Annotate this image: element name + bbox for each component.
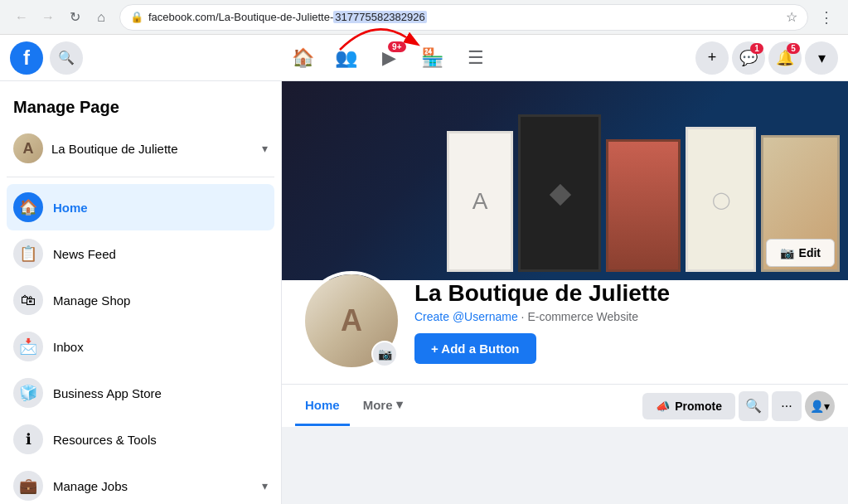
tab-home[interactable]: Home [295,386,350,426]
page-name: La Boutique de Juliette [414,280,828,307]
refresh-button[interactable]: ↻ [63,6,86,29]
tab-profile-avatar[interactable]: 👤 ▾ [805,391,835,421]
sidebar-item-home[interactable]: 🏠 Home [7,184,274,230]
nav-right: + 💬 1 🔔 5 ▾ [695,41,838,75]
nav-friends-button[interactable]: 👥 [327,38,366,78]
art-frame-4: ◯ [686,127,756,272]
facebook-logo[interactable]: f [10,41,43,75]
url-highlighted: 317775582382926 [333,11,426,23]
tab-avatar-chevron-icon: ▾ [824,400,830,413]
notifications-button[interactable]: 🔔 5 [768,41,802,75]
art-frame-3 [606,139,681,272]
forward-button[interactable]: → [36,6,60,29]
messenger-button[interactable]: 💬 1 [732,41,765,75]
tab-more[interactable]: More ▾ [353,385,413,426]
manage-shop-icon: 🛍 [13,285,43,315]
sidebar-item-inbox-label: Inbox [53,340,268,354]
sidebar-item-manage-shop-label: Manage Shop [53,293,268,308]
lock-icon: 🔒 [130,11,143,23]
search-button[interactable]: 🔍 [50,41,83,75]
nav-menu-button[interactable]: ☰ [456,38,496,78]
app-container: f 🔍 🏠 👥 ▶ 9+ 🏪 ☰ + 💬 1 🔔 [0,35,848,504]
tabs-search-button[interactable]: 🔍 [739,391,768,421]
sidebar: Manage Page A La Boutique de Juliette ▾ … [0,81,282,504]
nav-watch-button[interactable]: ▶ 9+ [370,38,409,78]
account-button[interactable]: ▾ [805,41,838,75]
page-content: A ◆ ◯ 📷 [282,81,848,504]
camera-small-icon: 📷 [780,246,794,259]
page-category: E-commerce Website [527,310,638,323]
manage-jobs-icon: 💼 [13,471,43,501]
business-app-store-icon: 🧊 [13,378,43,408]
megaphone-icon: 📣 [656,400,670,413]
messenger-badge: 1 [750,43,763,54]
top-nav: f 🔍 🏠 👥 ▶ 9+ 🏪 ☰ + 💬 1 🔔 [0,35,848,81]
profile-avatar-container: A 📷 [302,271,401,371]
change-avatar-button[interactable]: 📷 [371,341,398,367]
sidebar-item-news-feed[interactable]: 📋 News Feed [7,230,274,277]
sidebar-item-news-feed-label: News Feed [53,247,268,261]
art-frame-2: ◆ [518,114,601,272]
page-selector-avatar: A [13,133,43,163]
promote-label: Promote [675,400,722,413]
tab-more-label: More [363,398,393,412]
tab-home-label: Home [305,398,340,412]
add-button-cta[interactable]: + Add a Button [414,333,536,364]
notifications-badge: 5 [787,43,800,54]
sidebar-item-manage-jobs[interactable]: 💼 Manage Jobs ▾ [7,463,274,504]
back-button[interactable]: ← [10,6,33,29]
art-frame-1: A [447,131,513,272]
news-feed-icon: 📋 [13,239,43,269]
sidebar-title: Manage Page [7,91,274,127]
address-text: facebook.com/La-Boutique-de-Juliette-317… [148,11,781,23]
resources-tools-icon: ℹ [13,424,43,454]
chevron-down-icon: ▾ [262,142,268,155]
sidebar-divider [7,177,274,177]
tab-more-chevron-icon: ▾ [396,397,403,412]
bookmark-button[interactable]: ☆ [786,9,797,25]
watch-badge: 9+ [388,41,405,52]
nav-center: 🏠 👥 ▶ 9+ 🏪 ☰ [83,38,695,78]
tabs-search-icon: 🔍 [745,398,762,414]
tab-avatar-image: 👤 [810,400,824,413]
inbox-icon: 📩 [13,332,43,361]
browser-menu-button[interactable]: ⋮ [815,6,838,29]
page-selector[interactable]: A La Boutique de Juliette ▾ [7,127,274,170]
profile-meta: Create @Username · E-commerce Website [414,310,828,323]
sidebar-item-manage-jobs-label: Manage Jobs [53,479,252,493]
profile-info: La Boutique de Juliette Create @Username… [414,280,828,371]
promote-button[interactable]: 📣 Promote [642,393,735,419]
profile-section: A 📷 La Boutique de Juliette Create @User… [282,280,848,384]
browser-nav-buttons: ← → ↻ ⌂ [10,6,113,29]
sidebar-item-resources-tools-label: Resources & Tools [53,433,268,447]
edit-cover-button[interactable]: 📷 Edit [766,239,835,267]
ellipsis-icon: ··· [781,399,792,414]
manage-jobs-chevron-icon: ▾ [262,479,268,492]
sidebar-item-business-app-store[interactable]: 🧊 Business App Store [7,370,274,416]
nav-marketplace-button[interactable]: 🏪 [413,38,453,78]
tabs-more-options-button[interactable]: ··· [772,391,802,421]
browser-chrome: ← → ↻ ⌂ 🔒 facebook.com/La-Boutique-de-Ju… [0,0,848,35]
page-tabs: Home More ▾ 📣 Promote 🔍 · [282,384,848,427]
sidebar-item-resources-tools[interactable]: ℹ Resources & Tools [7,416,274,463]
cover-photo: A ◆ ◯ 📷 [282,81,848,280]
sidebar-item-manage-shop[interactable]: 🛍 Manage Shop [7,277,274,323]
sidebar-item-home-label: Home [53,201,268,215]
sidebar-item-business-app-store-label: Business App Store [53,386,268,400]
create-username-link[interactable]: Create @Username [414,310,518,323]
page-selector-name: La Boutique de Juliette [51,142,254,156]
address-bar[interactable]: 🔒 facebook.com/La-Boutique-de-Juliette-3… [119,4,808,31]
home-icon: 🏠 [13,192,43,222]
cover-photo-inner: A ◆ ◯ [282,81,848,280]
create-button[interactable]: + [695,41,729,75]
home-button[interactable]: ⌂ [90,6,113,29]
sidebar-item-inbox[interactable]: 📩 Inbox [7,323,274,370]
main-content: Manage Page A La Boutique de Juliette ▾ … [0,81,848,504]
nav-home-button[interactable]: 🏠 [283,38,323,78]
